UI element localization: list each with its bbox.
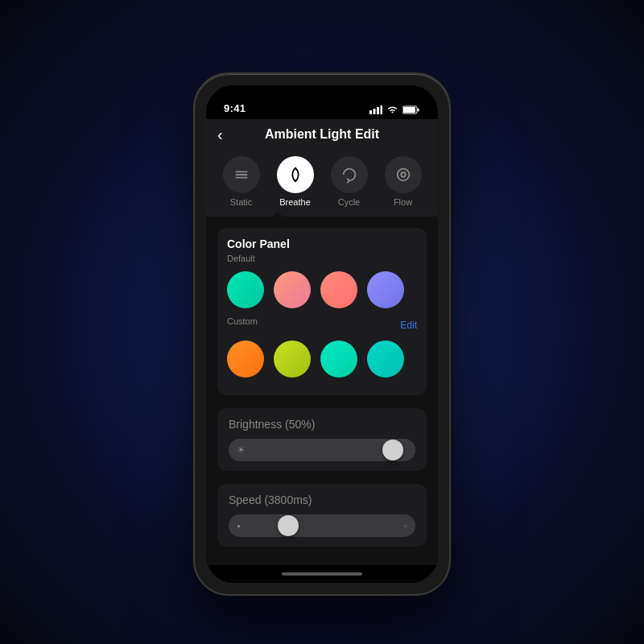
default-label: Default	[227, 254, 417, 263]
status-icons	[369, 105, 420, 114]
color-lime[interactable]	[274, 341, 311, 378]
edit-button[interactable]: Edit	[400, 320, 417, 331]
default-colors-row	[227, 271, 417, 308]
mode-selector: Static Breathe	[206, 148, 438, 217]
speed-slider-track[interactable]: ● ○	[229, 514, 415, 537]
svg-rect-5	[418, 109, 419, 112]
status-time: 9:41	[224, 102, 246, 114]
speed-max-icon: ○	[403, 522, 407, 530]
cycle-icon-circle	[331, 156, 368, 193]
static-icon-circle	[223, 156, 260, 193]
color-orange[interactable]	[227, 341, 264, 378]
brightness-label: Brightness (50%)	[229, 418, 415, 431]
scroll-body: Color Panel Default Custom Edit	[206, 217, 438, 565]
custom-colors-row	[227, 341, 417, 378]
svg-point-10	[397, 169, 409, 181]
mode-breathe[interactable]: Breathe	[277, 156, 314, 207]
custom-label: Custom	[227, 316, 258, 326]
breathe-label: Breathe	[279, 197, 311, 207]
color-lavender[interactable]	[367, 271, 404, 308]
phone-shell: 9:41	[193, 72, 451, 596]
speed-min-icon: ●	[237, 522, 241, 530]
signal-icon	[369, 105, 382, 114]
header-title: Ambient Light Edit	[265, 127, 379, 142]
brightness-section: Brightness (50%) ☀	[217, 408, 427, 471]
mode-flow[interactable]: Flow	[385, 156, 422, 207]
wifi-icon	[386, 105, 398, 114]
color-coral-pink[interactable]	[274, 271, 311, 308]
color-panel-title: Color Panel	[227, 237, 417, 250]
color-teal-green[interactable]	[227, 271, 264, 308]
svg-rect-6	[403, 107, 415, 113]
svg-rect-2	[377, 107, 379, 114]
color-cyan[interactable]	[320, 341, 357, 378]
breathe-icon-circle	[277, 156, 314, 193]
svg-point-11	[401, 172, 406, 177]
custom-row-header: Custom Edit	[227, 316, 417, 334]
phone-wrapper: 9:41	[193, 72, 451, 596]
flow-icon-circle	[385, 156, 422, 193]
svg-rect-1	[374, 109, 376, 114]
static-label: Static	[230, 197, 253, 207]
speed-label: Speed (3800ms)	[229, 493, 415, 506]
svg-rect-0	[369, 110, 372, 114]
speed-section: Speed (3800ms) ● ○	[217, 484, 427, 547]
color-panel-section: Color Panel Default Custom Edit	[217, 228, 427, 395]
header: ‹ Ambient Light Edit	[206, 119, 438, 148]
color-turquoise[interactable]	[367, 341, 404, 378]
mode-cycle[interactable]: Cycle	[331, 156, 368, 207]
battery-icon	[402, 105, 420, 114]
notch	[270, 85, 374, 106]
svg-rect-3	[381, 105, 383, 114]
back-button[interactable]: ‹	[217, 126, 223, 144]
mode-static[interactable]: Static	[223, 156, 260, 207]
speed-thumb[interactable]	[278, 515, 299, 536]
cycle-label: Cycle	[338, 197, 361, 207]
color-salmon[interactable]	[320, 271, 357, 308]
home-bar	[282, 572, 362, 576]
brightness-min-icon: ☀	[237, 444, 246, 456]
brightness-thumb[interactable]	[382, 440, 403, 460]
phone-screen: 9:41	[206, 85, 438, 583]
brightness-slider-track[interactable]: ☀	[229, 439, 415, 461]
home-indicator	[206, 565, 438, 583]
app-content: ‹ Ambient Light Edit Static	[206, 119, 438, 583]
flow-label: Flow	[394, 197, 412, 207]
